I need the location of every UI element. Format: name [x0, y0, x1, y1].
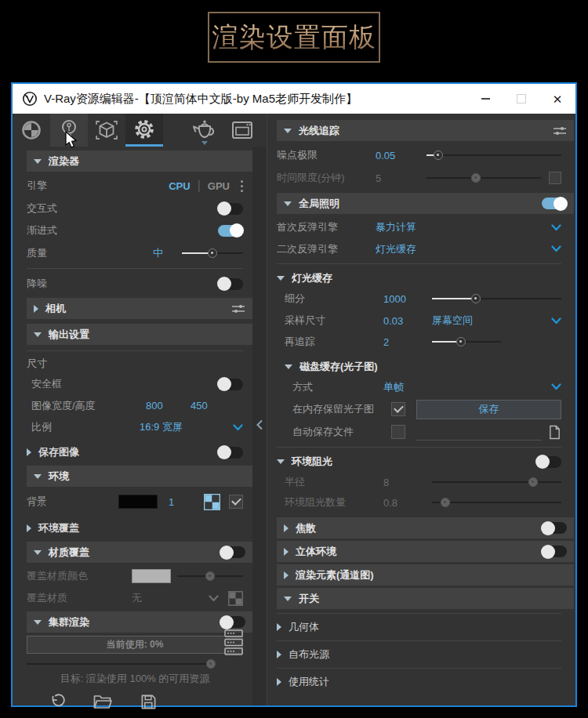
chevron-down-icon[interactable] — [551, 245, 561, 252]
ao-amount-slider[interactable] — [432, 497, 561, 508]
panel-splitter[interactable] — [252, 147, 267, 705]
section-stereo[interactable]: 立体环境 — [277, 541, 574, 562]
radius-slider[interactable] — [432, 477, 561, 488]
env-override-row[interactable]: 环境覆盖 — [27, 517, 243, 539]
toolbar-spacer — [163, 114, 186, 147]
caustics-toggle[interactable] — [542, 522, 567, 534]
safe-frame-toggle[interactable] — [218, 379, 243, 390]
section-title: 材质覆盖 — [49, 546, 89, 560]
chevron-down-icon[interactable] — [551, 317, 561, 325]
section-switches[interactable]: 开关 — [277, 588, 574, 609]
save-floppy-icon[interactable] — [140, 694, 157, 710]
interactive-toggle[interactable] — [218, 203, 243, 215]
save-image-row[interactable]: 保存图像 — [27, 441, 243, 463]
sample-size-value[interactable]: 0.03 — [383, 315, 432, 327]
engine-menu-dots-icon[interactable] — [241, 179, 243, 193]
subsection-geometry[interactable]: 几何体 — [277, 618, 575, 636]
section-environment[interactable]: 环境 — [27, 466, 252, 487]
override-color-swatch[interactable] — [132, 569, 171, 583]
engine-gpu-option[interactable]: GPU — [208, 180, 230, 192]
chevron-down-icon[interactable] — [551, 224, 561, 231]
subdivs-slider[interactable] — [432, 293, 561, 304]
image-width-field[interactable]: 800 — [146, 400, 191, 412]
server-stack-icon[interactable] — [224, 629, 243, 656]
save-photon-map-button[interactable]: 保存 — [416, 400, 561, 419]
ao-toggle[interactable] — [536, 456, 561, 468]
time-limit-checkbox[interactable] — [549, 172, 561, 184]
section-title: 相机 — [45, 302, 66, 316]
collapse-left-icon[interactable] — [256, 419, 263, 430]
subsection-ambient-occlusion[interactable]: 环境阻光 — [277, 451, 561, 472]
autosave-path-field[interactable] — [416, 424, 542, 441]
section-output-settings[interactable]: 输出设置 — [27, 324, 252, 345]
swarm-group: 集群渲染 当前使用: 0% 目标: 渲染使用 100% 的可用资源 — [27, 609, 267, 687]
swarm-goal-slider[interactable] — [27, 658, 216, 669]
background-checkbox[interactable] — [229, 495, 243, 509]
triangle-down-icon — [277, 459, 285, 464]
stereo-toggle[interactable] — [542, 546, 567, 557]
subsection-disk-cache[interactable]: 磁盘缓存(光子图) — [285, 357, 575, 376]
maximize-button[interactable] — [503, 84, 539, 114]
chevron-down-icon[interactable] — [209, 595, 219, 602]
section-swarm-render[interactable]: 集群渲染 — [27, 611, 252, 633]
section-material-override[interactable]: 材质覆盖 — [27, 542, 252, 563]
section-caustics[interactable]: 焦散 — [277, 517, 574, 538]
ratio-select[interactable]: 16:9 宽屏 — [140, 420, 233, 434]
gi-toggle[interactable] — [542, 198, 567, 209]
denoise-toggle[interactable] — [218, 278, 243, 290]
section-global-illumination[interactable]: 全局照明 — [277, 193, 574, 214]
quality-slider[interactable] — [182, 248, 243, 259]
time-limit-slider[interactable] — [426, 172, 541, 183]
minimize-button[interactable] — [467, 84, 503, 114]
material-slot-icon[interactable] — [228, 591, 243, 606]
subdivs-value[interactable]: 1000 — [383, 293, 432, 305]
override-color-row: 覆盖材质颜色 — [27, 565, 243, 587]
noise-limit-value[interactable]: 0.05 — [376, 150, 426, 161]
noise-limit-slider[interactable] — [426, 150, 561, 161]
undo-icon[interactable] — [49, 694, 65, 709]
keep-map-checkbox[interactable] — [391, 402, 405, 416]
background-color-swatch[interactable] — [118, 495, 158, 509]
subsection-light-cache[interactable]: 灯光缓存 — [277, 268, 575, 288]
tab-materials[interactable] — [13, 114, 50, 147]
primary-engine-select[interactable]: 暴力计算 — [376, 220, 551, 234]
mode-select[interactable]: 单帧 — [383, 380, 551, 394]
progressive-row: 渐进式 — [27, 219, 243, 241]
section-render-elements[interactable]: 渲染元素(通道图) — [277, 564, 574, 586]
retrace-slider[interactable] — [432, 336, 501, 347]
image-height-field[interactable]: 450 — [191, 400, 208, 412]
material-override-toggle[interactable] — [220, 546, 245, 558]
section-raytrace[interactable]: 光线追踪 — [277, 120, 574, 141]
autosave-checkbox[interactable] — [391, 425, 405, 439]
time-limit-row: 时间限度(分钟) 5 — [277, 167, 561, 189]
open-folder-icon[interactable] — [93, 694, 112, 709]
progressive-toggle[interactable] — [218, 225, 243, 237]
secondary-engine-select[interactable]: 灯光缓存 — [376, 242, 551, 256]
subsection-title: 使用统计 — [289, 675, 329, 689]
chevron-down-icon[interactable] — [551, 383, 561, 390]
section-camera[interactable]: 相机 — [27, 298, 252, 319]
tab-geometry[interactable] — [88, 114, 125, 147]
retrace-value[interactable]: 2 — [383, 336, 432, 348]
tab-frame-buffer[interactable] — [223, 114, 261, 147]
save-image-toggle[interactable] — [218, 447, 243, 459]
section-title: 立体环境 — [296, 545, 336, 559]
sample-space-select[interactable]: 屏幕空间 — [432, 314, 551, 328]
tab-settings[interactable] — [125, 114, 163, 147]
file-icon[interactable] — [548, 425, 561, 440]
close-button[interactable]: ✕ — [539, 84, 575, 114]
section-renderer[interactable]: 渲染器 — [27, 150, 252, 172]
subsection-usage-stats[interactable]: 使用统计 — [277, 673, 575, 691]
background-multiplier[interactable]: 1 — [169, 496, 174, 508]
override-color-slider[interactable] — [177, 571, 243, 582]
texture-slot-icon[interactable] — [204, 494, 220, 510]
chevron-down-icon[interactable] — [233, 424, 243, 431]
subsection-self-lights[interactable]: 自布光源 — [277, 645, 575, 664]
engine-cpu-option[interactable]: CPU — [169, 180, 190, 192]
sliders-adjust-icon[interactable] — [231, 304, 245, 314]
tab-render-test[interactable] — [186, 114, 223, 147]
triangle-right-icon — [284, 571, 289, 579]
override-material-select[interactable]: 无 — [132, 591, 209, 605]
swarm-toggle[interactable] — [220, 616, 245, 628]
sliders-adjust-icon[interactable] — [553, 126, 567, 136]
